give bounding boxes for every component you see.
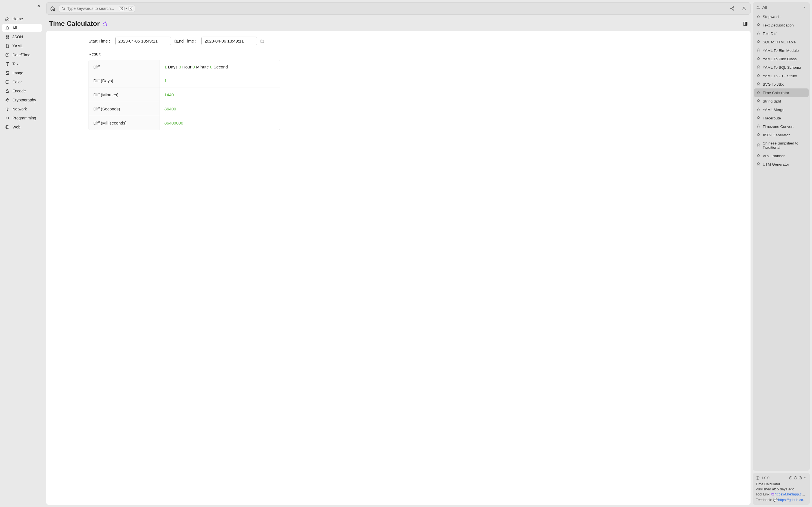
start-time-label: Start Time : xyxy=(89,39,110,43)
info-tool-link: Tool Link: ⧉https://t.he3app.co… xyxy=(756,492,807,497)
svg-point-42 xyxy=(799,476,802,480)
tool-item-x509-generator[interactable]: X509 Generator xyxy=(754,131,809,139)
svg-marker-11 xyxy=(6,98,9,102)
nav-item-encode[interactable]: Encode xyxy=(2,87,42,95)
globe-icon[interactable] xyxy=(794,476,797,480)
sidebar-left: HomeAllJSONYAMLDate/TimeTextImageColorEn… xyxy=(0,0,44,507)
nav-item-programming[interactable]: Programming xyxy=(2,114,42,122)
nav-item-cryptography[interactable]: Cryptography xyxy=(2,96,42,104)
nav-item-home[interactable]: Home xyxy=(2,15,42,23)
tool-item-label: SQL to HTML Table xyxy=(763,40,796,44)
bolt-icon xyxy=(5,98,10,102)
nav-item-text[interactable]: Text xyxy=(2,60,42,68)
tool-item-timezone-convert[interactable]: Timezone Convert xyxy=(754,122,809,131)
nav-item-yaml[interactable]: YAML xyxy=(2,42,42,50)
kbd-plus: + xyxy=(125,7,127,10)
start-time-input[interactable] xyxy=(118,39,172,43)
nav-item-date-time[interactable]: Date/Time xyxy=(2,51,42,59)
tool-item-yaml-merge[interactable]: YAML Merge xyxy=(754,105,809,114)
svg-point-20 xyxy=(733,9,734,10)
clock-icon[interactable] xyxy=(789,476,793,480)
svg-rect-10 xyxy=(6,91,8,93)
page-title: Time Calculator xyxy=(49,20,100,27)
pin-icon xyxy=(756,143,761,148)
pin-icon xyxy=(756,107,761,112)
kbd-k: K xyxy=(128,6,133,11)
pin-icon xyxy=(756,91,761,95)
globe-icon xyxy=(5,125,10,129)
check-circle-icon[interactable] xyxy=(799,476,802,480)
tool-item-time-calculator[interactable]: Time Calculator xyxy=(754,89,809,97)
tool-item-label: YAML To SQL Schema xyxy=(763,65,801,69)
end-time-input[interactable] xyxy=(204,39,258,43)
search-shortcut: ⌘ + K xyxy=(119,6,133,11)
tool-item-vpc-planner[interactable]: VPC Planner xyxy=(754,152,809,160)
result-cell-label: Diff xyxy=(89,60,160,74)
tool-item-label: YAML To C++ Struct xyxy=(763,74,797,78)
nav-item-color[interactable]: Color xyxy=(2,78,42,86)
doc-icon xyxy=(5,44,10,48)
tool-item-stopwatch[interactable]: Stopwatch xyxy=(754,12,809,21)
nav-list: HomeAllJSONYAMLDate/TimeTextImageColorEn… xyxy=(2,15,42,131)
sidebar-collapse-button[interactable] xyxy=(37,4,41,8)
pin-icon xyxy=(756,73,761,78)
pin-icon xyxy=(756,116,761,120)
result-cell-value: 86400000 xyxy=(160,116,280,130)
tool-item-sql-to-html-table[interactable]: SQL to HTML Table xyxy=(754,38,809,46)
tool-item-yaml-to-pike-class[interactable]: YAML To Pike Class xyxy=(754,55,809,63)
pin-icon xyxy=(756,133,761,137)
home-button[interactable] xyxy=(49,5,56,12)
tool-item-label: Chinese Simplified to Traditional xyxy=(763,141,806,150)
nav-item-image[interactable]: Image xyxy=(2,69,42,77)
time-form-row: Start Time : End Time : xyxy=(55,37,742,45)
tool-item-yaml-to-elm-module[interactable]: YAML To Elm Module xyxy=(754,46,809,55)
share-button[interactable] xyxy=(729,5,735,12)
svg-point-37 xyxy=(757,477,758,477)
nav-item-label: YAML xyxy=(12,44,23,48)
nav-item-web[interactable]: Web xyxy=(2,123,42,131)
svg-rect-26 xyxy=(746,22,747,25)
feedback-link[interactable]: https://github.com/… xyxy=(778,498,807,502)
chevron-down-icon[interactable] xyxy=(803,476,807,480)
start-time-input-wrap[interactable] xyxy=(115,37,171,45)
end-time-label: End Time : xyxy=(176,39,197,43)
tool-item-yaml-to-sql-schema[interactable]: YAML To SQL Schema xyxy=(754,63,809,71)
end-time-input-wrap[interactable] xyxy=(201,37,257,45)
tool-item-utm-generator[interactable]: UTM Generator xyxy=(754,160,809,168)
result-cell-label: Diff (Milliseconds) xyxy=(89,116,160,130)
tool-item-text-deduplication[interactable]: Text Deduplication xyxy=(754,21,809,29)
tool-link[interactable]: https://t.he3app.co… xyxy=(774,492,807,496)
nav-item-network[interactable]: Network xyxy=(2,105,42,113)
pin-icon xyxy=(756,31,761,36)
pin-icon xyxy=(756,48,761,53)
chevrons-left-icon xyxy=(37,4,41,8)
tool-list[interactable]: StopwatchText DeduplicationText DiffSQL … xyxy=(753,12,810,471)
pin-icon xyxy=(756,65,761,69)
account-button[interactable] xyxy=(741,5,748,12)
tool-item-text-diff[interactable]: Text Diff xyxy=(754,29,809,38)
tool-item-string-split[interactable]: String Split xyxy=(754,97,809,105)
tool-item-traceroute[interactable]: Traceroute xyxy=(754,114,809,122)
tool-item-label: YAML To Pike Class xyxy=(763,57,797,61)
lock-icon xyxy=(5,89,10,93)
search-box[interactable]: ⌘ + K xyxy=(59,5,135,12)
tools-category-dropdown[interactable]: All xyxy=(753,2,810,12)
favorite-button[interactable] xyxy=(103,21,108,26)
tool-item-label: Traceroute xyxy=(763,116,781,120)
tool-item-label: Timezone Convert xyxy=(763,124,794,129)
svg-rect-2 xyxy=(6,37,7,38)
nav-item-json[interactable]: JSON xyxy=(2,33,42,41)
tool-item-chinese-simplified-to-traditional[interactable]: Chinese Simplified to Traditional xyxy=(754,139,809,152)
nav-item-label: Web xyxy=(12,125,20,129)
nav-item-label: Date/Time xyxy=(12,53,31,57)
search-input[interactable] xyxy=(67,6,117,11)
tool-item-yaml-to-c-struct[interactable]: YAML To C++ Struct xyxy=(754,71,809,80)
svg-point-19 xyxy=(730,8,732,9)
toggle-right-panel-button[interactable] xyxy=(743,21,748,26)
result-cell-value: 1 Days 0 Hour 0 Minute 0 Second xyxy=(160,60,280,74)
dropdown-label: All xyxy=(762,5,767,10)
nav-item-label: Encode xyxy=(12,89,26,93)
tool-item-svg-to-jsx[interactable]: SVG To JSX xyxy=(754,80,809,89)
nav-item-all[interactable]: All xyxy=(2,24,42,32)
tool-item-label: X509 Generator xyxy=(763,133,790,137)
